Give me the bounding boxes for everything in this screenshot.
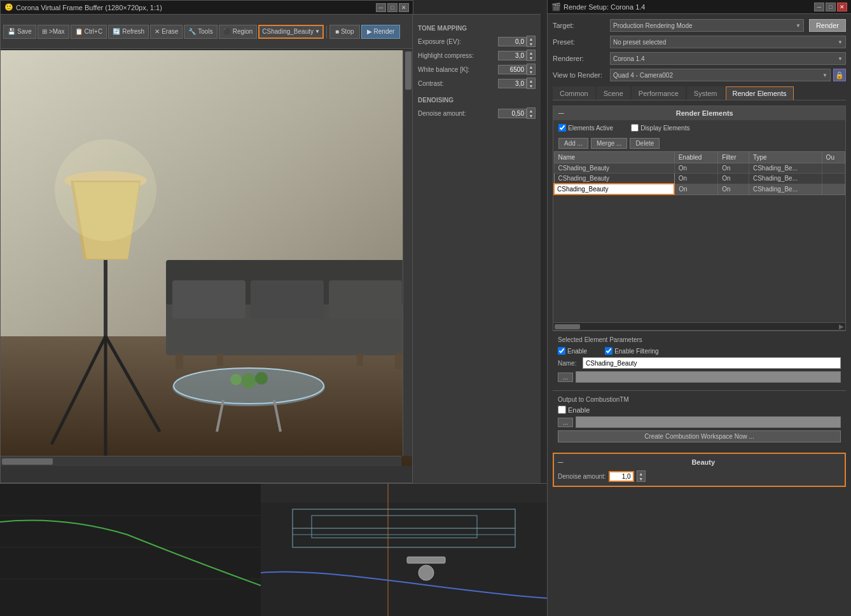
erase-button[interactable]: ✕ Erase xyxy=(150,25,183,39)
combustion-path-input[interactable] xyxy=(576,416,841,428)
region-button[interactable]: ⬛ Region xyxy=(219,25,258,39)
contrast-up[interactable]: ▲ xyxy=(527,78,535,83)
wb-down[interactable]: ▼ xyxy=(527,69,535,74)
vfb-window: 🙂 Corona Virtual Frame Buffer (1280×720p… xyxy=(0,0,413,483)
chevron-down-icon: ▼ xyxy=(796,23,801,29)
rs-maximize-btn[interactable]: □ xyxy=(826,3,836,11)
lock-icon[interactable]: 🔒 xyxy=(833,69,846,81)
beauty-denoise-up[interactable]: ▲ xyxy=(637,471,645,476)
exposure-up[interactable]: ▲ xyxy=(527,36,535,41)
denoise-input[interactable] xyxy=(498,109,527,118)
vfb-close-btn[interactable]: ✕ xyxy=(399,3,409,12)
table-row[interactable]: CShading_Beauty On On CShading_Be... xyxy=(554,163,845,174)
elements-active-check[interactable] xyxy=(558,124,566,132)
enable-filtering-check[interactable] xyxy=(605,347,612,355)
region-icon: ⬛ xyxy=(223,28,231,35)
beauty-denoise-row: Denoise amount: ▲ ▼ xyxy=(558,470,841,482)
path-dots-button[interactable]: ... xyxy=(558,373,573,382)
exposure-label: Exposure (EV): xyxy=(418,38,498,45)
wb-spinner[interactable]: ▲ ▼ xyxy=(527,64,536,75)
row3-name-input[interactable] xyxy=(557,186,671,193)
highlight-up[interactable]: ▲ xyxy=(527,50,535,55)
enable-filtering-checkbox[interactable]: Enable Filtering xyxy=(605,347,658,355)
contrast-down[interactable]: ▼ xyxy=(527,83,535,88)
table-row[interactable]: On On CShading_Be... xyxy=(554,184,845,195)
channel-value: CShading_Beauty xyxy=(262,28,314,35)
tools-button[interactable]: 🔧 Tools xyxy=(184,25,217,39)
render-button[interactable]: ▶ Render xyxy=(361,25,401,39)
create-combustion-button[interactable]: Create Combustion Workspace Now ... xyxy=(558,430,841,442)
name-label: Name: xyxy=(558,360,580,367)
row3-name[interactable] xyxy=(554,184,674,195)
beauty-denoise-down[interactable]: ▼ xyxy=(637,476,645,481)
vfb-maximize-btn[interactable]: □ xyxy=(387,3,398,12)
channel-dropdown[interactable]: CShading_Beauty ▼ xyxy=(258,25,324,39)
vfb-vscrollbar[interactable] xyxy=(403,50,413,456)
rs-minimize-btn[interactable]: ─ xyxy=(814,3,824,11)
path-input[interactable] xyxy=(576,371,841,383)
stop-button[interactable]: ■ Stop xyxy=(329,25,360,39)
rs-render-button[interactable]: Render xyxy=(809,19,846,32)
beauty-collapse-icon[interactable]: ─ xyxy=(558,458,564,467)
col-filter: Filter xyxy=(718,152,749,163)
tab-render-elements[interactable]: Render Elements xyxy=(726,86,794,100)
tab-system[interactable]: System xyxy=(687,86,724,100)
v-scroll-thumb[interactable] xyxy=(405,51,412,90)
vfb-minimize-btn[interactable]: ─ xyxy=(376,3,386,12)
contrast-input[interactable] xyxy=(498,79,527,88)
vfb-hscrollbar[interactable] xyxy=(1,456,401,466)
ctrlc-button[interactable]: 📋 Ctrl+C xyxy=(71,25,107,39)
table-row[interactable]: CShading_Beauty On On CShading_Be... xyxy=(554,174,845,184)
view-dropdown[interactable]: Quad 4 - Camera002 ▼ xyxy=(610,69,831,81)
merge-button[interactable]: Merge ... xyxy=(591,138,627,149)
add-button[interactable]: Add ... xyxy=(558,138,588,149)
max-button[interactable]: ⊞ >Max xyxy=(38,25,69,39)
target-dropdown[interactable]: Production Rendering Mode ▼ xyxy=(610,19,804,32)
denoise-label: Denoise amount: xyxy=(418,110,498,117)
display-elements-checkbox[interactable]: Display Elements xyxy=(631,124,689,132)
display-elements-check[interactable] xyxy=(631,124,639,132)
elements-active-label: Elements Active xyxy=(568,125,613,132)
wb-up[interactable]: ▲ xyxy=(527,64,535,69)
exposure-spinner[interactable]: ▲ ▼ xyxy=(527,36,536,47)
max-icon: ⊞ xyxy=(42,28,47,35)
highlight-spinner[interactable]: ▲ ▼ xyxy=(527,50,536,61)
enable-checkbox[interactable]: Enable xyxy=(558,347,587,355)
render-setup-panel: 🎬 Render Setup: Corona 1.4 ─ □ ✕ Target:… xyxy=(547,0,851,616)
exposure-down[interactable]: ▼ xyxy=(527,41,535,46)
denoise-down[interactable]: ▼ xyxy=(527,113,535,118)
svg-rect-35 xyxy=(261,484,547,616)
elements-active-checkbox[interactable]: Elements Active xyxy=(558,124,613,132)
denoise-spinner[interactable]: ▲ ▼ xyxy=(527,107,536,119)
refresh-button[interactable]: 🔄 Refresh xyxy=(108,25,149,39)
highlight-down[interactable]: ▼ xyxy=(527,55,535,60)
h-scroll-thumb[interactable] xyxy=(2,458,53,465)
preset-dropdown[interactable]: No preset selected ▼ xyxy=(610,36,846,48)
combustion-enable-checkbox[interactable]: Enable xyxy=(558,406,841,414)
save-label: Save xyxy=(17,28,32,35)
beauty-denoise-input[interactable] xyxy=(609,471,634,482)
col-type: Type xyxy=(749,152,822,163)
save-button[interactable]: 💾 Save xyxy=(3,25,36,39)
wb-input[interactable] xyxy=(498,65,527,74)
renderer-dropdown[interactable]: Corona 1.4 ▼ xyxy=(610,52,846,65)
name-input[interactable] xyxy=(583,357,841,369)
combustion-dots-button[interactable]: ... xyxy=(558,418,573,427)
hscroll-thumb[interactable] xyxy=(555,324,580,329)
table-hscroll[interactable]: ▶ xyxy=(553,322,845,330)
enable-check[interactable] xyxy=(558,347,565,355)
tab-common[interactable]: Common xyxy=(553,86,595,100)
denoise-row: Denoise amount: ▲ ▼ xyxy=(418,107,536,119)
re-header[interactable]: ─ Render Elements xyxy=(553,106,845,120)
denoise-up[interactable]: ▲ xyxy=(527,108,535,113)
exposure-input[interactable] xyxy=(498,37,527,46)
tab-scene[interactable]: Scene xyxy=(597,86,630,100)
contrast-spinner[interactable]: ▲ ▼ xyxy=(527,78,536,89)
delete-button[interactable]: Delete xyxy=(630,138,660,149)
tab-performance[interactable]: Performance xyxy=(632,86,686,100)
erase-label: Erase xyxy=(162,28,178,35)
beauty-denoise-spinner[interactable]: ▲ ▼ xyxy=(637,470,646,482)
highlight-input[interactable] xyxy=(498,51,527,60)
combustion-enable-check[interactable] xyxy=(558,406,566,414)
rs-close-btn[interactable]: ✕ xyxy=(837,3,847,11)
